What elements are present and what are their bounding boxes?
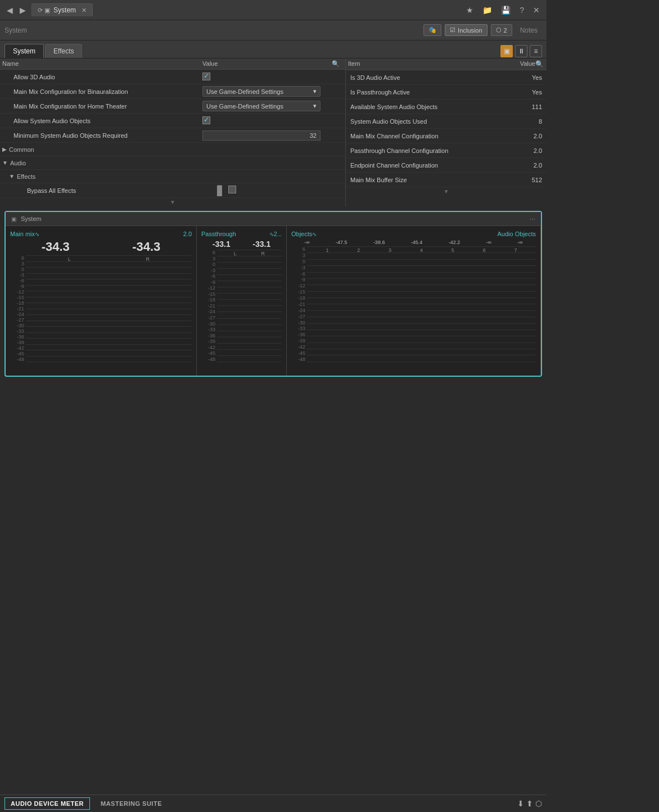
objects-chart: 6 3 0 -3 -6 -9 -12 -15 -18 -21 -24 -27 -… (291, 246, 536, 371)
right-item-0: Is 3D Audio Active (348, 74, 511, 81)
inclusion-btn[interactable]: ☑ Inclusion (445, 24, 487, 36)
objects-bars (307, 246, 536, 362)
back-button[interactable]: ◀ (3, 3, 16, 17)
star-btn[interactable]: ★ (463, 3, 477, 17)
objects-header-vals: -∞ -47.5 -38.6 -45.4 -42.2 -∞ -∞ (291, 240, 536, 245)
main-mix-channel: 2.0 (183, 231, 192, 237)
left-table-header: Name Value 🔍 (0, 58, 345, 70)
system-tab[interactable]: ⟳ ▣ System ✕ (31, 3, 93, 16)
passthrough-left-peak: -33.1 (213, 240, 231, 249)
group-audio-label: Audio (10, 160, 26, 166)
help-btn[interactable]: ? (516, 3, 527, 17)
objects-graph-icon[interactable]: ∿ (312, 231, 317, 237)
row-main-mix-ht-value[interactable]: Use Game-Defined Settings ▾ (202, 101, 332, 111)
right-scroll-down: ▼ (346, 187, 547, 196)
passthrough-title: Passthrough (201, 231, 236, 237)
group-audio-toggle[interactable]: ▼ (2, 160, 8, 166)
tab-system[interactable]: System (4, 44, 44, 58)
min-system-audio-input[interactable] (202, 130, 321, 141)
tab-effects[interactable]: Effects (45, 44, 82, 58)
allow-system-audio-checkbox[interactable] (202, 116, 210, 124)
group-effects-toggle[interactable]: ▼ (9, 173, 15, 179)
bottom-tab-audio-device-meter[interactable]: AUDIO DEVICE METER (4, 797, 90, 810)
group-audio[interactable]: ▼ Audio (0, 156, 345, 170)
right-row-4: Main Mix Channel Configuration 2.0 (346, 129, 547, 143)
view-list-btn[interactable]: ≡ (530, 45, 542, 57)
toolbar: System 🎭 ☑ Inclusion ⬡ 2 Notes (0, 20, 547, 40)
row-allow-3d-audio-value[interactable] (202, 73, 332, 82)
row-bypass-effects: Bypass All Effects ▐▌ (0, 183, 345, 198)
right-val-2: 111 (511, 103, 544, 110)
row-allow-system-audio-value[interactable] (202, 116, 332, 125)
view-split-btn[interactable]: ⏸ (515, 45, 527, 57)
objects-bars-area: 1 2 3 4 5 6 7 (307, 246, 536, 371)
right-val-3: 8 (511, 118, 544, 125)
tab-bar: ◀ ▶ ⟳ ▣ System ✕ ★ 📁 💾 ? ✕ (0, 0, 547, 20)
passthrough-title-row: Passthrough ∿2... (201, 231, 282, 237)
group-effects-label: Effects (17, 173, 35, 180)
right-row-7: Main Mix Buffer Size 512 (346, 173, 547, 187)
passthrough-graph-icon[interactable]: ∿2... (269, 231, 282, 237)
right-item-3: System Audio Objects Used (348, 118, 511, 125)
bottom-tab-mastering-suite[interactable]: MASTERING SUITE (94, 797, 168, 810)
group-common[interactable]: ▶ Common (0, 143, 345, 156)
group-effects[interactable]: ▼ Effects (0, 170, 345, 183)
passthrough-bars (217, 250, 282, 362)
scroll-down: ▼ (0, 198, 345, 206)
row-min-system-audio-value[interactable] (202, 130, 332, 141)
objects-scale: 6 3 0 -3 -6 -9 -12 -15 -18 -21 -24 -27 -… (291, 246, 307, 371)
objects-title: Objects (291, 231, 312, 237)
row-bypass-value[interactable]: ▐▌ (214, 186, 343, 196)
right-row-0: Is 3D Audio Active Yes (346, 70, 547, 85)
row-allow-3d-audio: Allow 3D Audio (0, 70, 345, 84)
right-val-0: Yes (511, 74, 544, 81)
objects-mode-label: Audio Objects (498, 231, 536, 237)
search-icon[interactable]: 🔍 (332, 60, 343, 67)
right-row-5: Passthrough Channel Configuration 2.0 (346, 143, 547, 158)
bottom-download-btn[interactable]: ⬇ (517, 799, 524, 808)
row-main-mix-ht-label: Main Mix Configuration for Home Theater (2, 103, 202, 110)
row-min-system-audio-label: Minimum System Audio Objects Required (2, 132, 202, 139)
passthrough-right-peak: -33.1 (252, 240, 270, 249)
row-main-mix-home-theater: Main Mix Configuration for Home Theater … (0, 99, 345, 114)
bypass-toggle[interactable]: ▐▌ (214, 186, 224, 195)
right-item-2: Available System Audio Objects (348, 103, 511, 110)
save-btn[interactable]: 💾 (498, 3, 514, 17)
row-main-mix-binaural-value[interactable]: Use Game-Defined Settings ▾ (202, 86, 332, 97)
close-window-btn[interactable]: ✕ (530, 3, 543, 17)
group-common-toggle[interactable]: ▶ (2, 146, 7, 152)
meter-panel-menu[interactable]: ··· (530, 215, 535, 223)
meter-panel-header: ▣ System ··· (6, 212, 541, 226)
allow-3d-audio-checkbox[interactable] (202, 73, 210, 80)
inclusion-label: Inclusion (458, 27, 482, 34)
connect-btn[interactable]: ⬡ 2 (491, 24, 512, 36)
passthrough-scale: 6 3 0 -3 -6 -9 -12 -15 -18 -21 -24 -27 -… (201, 250, 217, 371)
view-grid-btn[interactable]: ▣ (500, 45, 513, 57)
properties-panel: Name Value 🔍 Allow 3D Audio Main Mix Con… (0, 58, 547, 206)
right-val-5: 2.0 (511, 147, 544, 154)
row-bypass-label: Bypass All Effects (2, 187, 214, 194)
toolbar-system-label: System (4, 26, 420, 34)
binaural-dropdown[interactable]: Use Game-Defined Settings ▾ (202, 86, 321, 97)
main-mix-graph-icon[interactable]: ∿ (35, 231, 39, 237)
value-col-header: Value (202, 60, 332, 67)
right-search-icon[interactable]: 🔍 (535, 60, 544, 68)
main-mix-scale: 6 3 0 -3 -6 -9 -12 -15 -18 -21 -24 -27 -… (10, 255, 26, 371)
bypass-checkbox[interactable] (228, 186, 236, 193)
right-table-header: Item Value 🔍 (346, 58, 547, 70)
forward-button[interactable]: ▶ (16, 3, 29, 17)
folder-btn[interactable]: 📁 (479, 3, 495, 17)
row-allow-system-audio-label: Allow System Audio Objects (2, 118, 202, 124)
puppet-btn[interactable]: 🎭 (423, 24, 441, 36)
bottom-upload-btn[interactable]: ⬆ (526, 799, 533, 808)
home-theater-dropdown[interactable]: Use Game-Defined Settings ▾ (202, 101, 321, 111)
right-row-2: Available System Audio Objects 111 (346, 100, 547, 114)
right-item-4: Main Mix Channel Configuration (348, 133, 511, 139)
right-row-1: Is Passthrough Active Yes (346, 85, 547, 100)
connect-icon: ⬡ (496, 26, 502, 34)
tab-close-btn[interactable]: ✕ (82, 7, 87, 14)
bottom-external-btn[interactable]: ⬡ (535, 799, 542, 808)
group-common-label: Common (9, 146, 34, 153)
item-col-header: Item (348, 60, 502, 68)
tab-label: System (53, 6, 76, 14)
